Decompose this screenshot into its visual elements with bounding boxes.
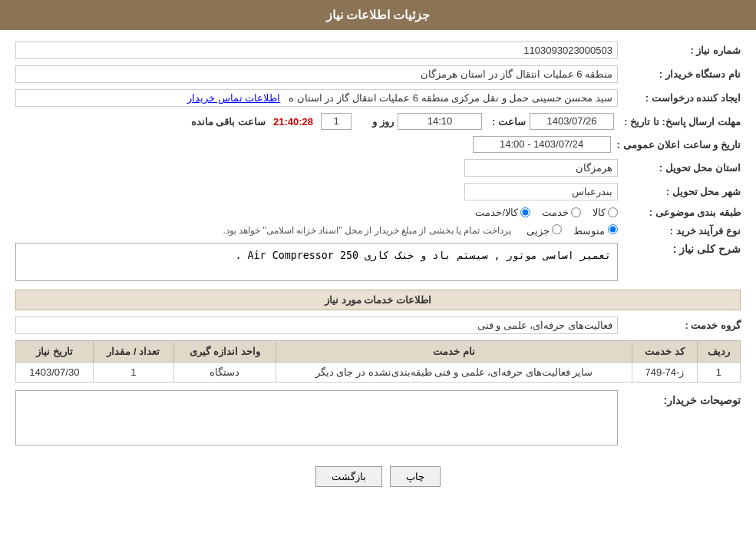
print-button[interactable]: چاپ	[390, 466, 441, 487]
col-code: کد خدمت	[632, 341, 697, 363]
purchase-option-jozi[interactable]: جزیی	[527, 224, 563, 237]
button-row: چاپ بازگشت	[15, 455, 741, 499]
category-label: طبقه بندی موضوعی :	[618, 207, 741, 218]
table-header-row: ردیف کد خدمت نام خدمت واحد اندازه گیری ت…	[16, 341, 741, 363]
cell-quantity: 1	[93, 363, 173, 383]
cell-code: ز-74-749	[632, 363, 697, 383]
back-button[interactable]: بازگشت	[315, 466, 382, 487]
need-number-row: شماره نیاز : 1103093023000503	[15, 41, 741, 59]
buyer-notes-textarea[interactable]	[15, 390, 618, 446]
deadline-time-label: ساعت :	[486, 116, 526, 128]
purchase-option-motawaset[interactable]: متوسط	[573, 224, 618, 237]
deadline-days: 1	[321, 113, 352, 130]
col-quantity: تعداد / مقدار	[93, 341, 173, 363]
cell-name: سایر فعالیت‌های حرفه‌ای، علمی و فنی طبقه…	[276, 363, 632, 383]
creator-label: ایجاد کننده درخواست :	[618, 92, 741, 104]
purchase-type-label: نوع فرآیند خرید :	[618, 225, 741, 237]
cell-date: 1403/07/30	[16, 363, 94, 383]
table-row: 1ز-74-749سایر فعالیت‌های حرفه‌ای، علمی و…	[16, 363, 741, 383]
main-content: شماره نیاز : 1103093023000503 نام دستگاه…	[0, 30, 756, 510]
announce-label: تاریخ و ساعت اعلان عمومی :	[611, 139, 741, 151]
col-date: تاریخ نیاز	[16, 341, 94, 363]
buyer-name-value: منطقه 6 عملیات انتقال گاز در استان هرمزگ…	[15, 65, 618, 83]
creator-contact-link[interactable]: اطلاعات تماس خریدار	[187, 92, 280, 104]
category-row: طبقه بندی موضوعی : کالا/خدمت خدمت کالا	[15, 207, 741, 218]
services-table: ردیف کد خدمت نام خدمت واحد اندازه گیری ت…	[15, 340, 741, 383]
services-section-title: اطلاعات خدمات مورد نیاز	[15, 290, 741, 310]
description-container: تعمیر اساسی موتور , سیستم باد و خنک کاری…	[15, 243, 618, 283]
service-group-label: گروه خدمت :	[618, 320, 741, 331]
purchase-radio-motawaset[interactable]	[608, 224, 618, 234]
creator-row: ایجاد کننده درخواست : سید محسن حسینی حمل…	[15, 89, 741, 107]
need-number-value: 1103093023000503	[15, 41, 618, 59]
deadline-remaining-label: ساعت باقی مانده	[173, 116, 266, 128]
need-number-label: شماره نیاز :	[618, 45, 741, 56]
cell-row: 1	[697, 363, 740, 383]
category-radio-group: کالا/خدمت خدمت کالا	[475, 207, 618, 218]
category-option-kala-khedmat[interactable]: کالا/خدمت	[475, 207, 530, 218]
col-unit: واحد اندازه گیری	[174, 341, 276, 363]
buyer-name-label: نام دستگاه خریدار :	[618, 68, 741, 80]
service-group-row: گروه خدمت : فعالیت‌های حرفه‌ای، علمی و ف…	[15, 316, 741, 334]
purchase-type-row: نوع فرآیند خرید : جزیی متوسط پرداخت تمام…	[15, 224, 741, 237]
announce-value: 1403/07/24 - 14:00	[473, 136, 611, 153]
buyer-notes-row: توصیحات خریدار:	[15, 390, 741, 446]
purchase-type-options: جزیی متوسط	[527, 224, 618, 237]
page-title: جزئیات اطلاعات نیاز	[326, 8, 431, 22]
creator-text: سید محسن حسینی حمل و نقل مرکزی منطقه 6 ع…	[289, 92, 612, 104]
deadline-label: مهلت ارسال پاسخ: تا تاریخ :	[618, 116, 741, 128]
col-row-num: ردیف	[697, 341, 740, 363]
category-radio-kala-khedmat[interactable]	[520, 207, 530, 217]
category-radio-kala[interactable]	[608, 207, 618, 217]
page-container: جزئیات اطلاعات نیاز شماره نیاز : 1103093…	[0, 0, 756, 540]
col-name: نام خدمت	[276, 341, 632, 363]
category-option-khedmat[interactable]: خدمت	[542, 207, 581, 218]
city-row: شهر محل تحویل : بندرعباس	[15, 183, 741, 200]
city-value: بندرعباس	[464, 183, 618, 200]
province-value: هرمزگان	[464, 159, 618, 177]
category-option-kala[interactable]: کالا	[593, 207, 618, 218]
description-label: شرح کلی نیاز :	[618, 243, 741, 255]
buyer-name-row: نام دستگاه خریدار : منطقه 6 عملیات انتقا…	[15, 65, 741, 83]
buyer-notes-label: توصیحات خریدار:	[618, 390, 741, 406]
category-radio-khedmat[interactable]	[571, 207, 581, 217]
province-row: استان محل تحویل : هرمزگان	[15, 159, 741, 177]
deadline-row: مهلت ارسال پاسخ: تا تاریخ : 1403/07/26 س…	[15, 113, 741, 130]
purchase-radio-jozi[interactable]	[552, 224, 562, 234]
description-row: شرح کلی نیاز : تعمیر اساسی موتور , سیستم…	[15, 243, 741, 283]
creator-value: سید محسن حسینی حمل و نقل مرکزی منطقه 6 ع…	[15, 89, 618, 107]
deadline-date: 1403/07/26	[530, 113, 614, 130]
announce-row: تاریخ و ساعت اعلان عمومی : 1403/07/24 - …	[15, 136, 741, 153]
purchase-note: پرداخت تمام یا بخشی از مبلغ خریدار از مح…	[223, 225, 511, 236]
description-textarea: تعمیر اساسی موتور , سیستم باد و خنک کاری…	[15, 243, 618, 281]
city-label: شهر محل تحویل :	[618, 186, 741, 197]
cell-unit: دستگاه	[174, 363, 276, 383]
service-group-value: فعالیت‌های حرفه‌ای، علمی و فنی	[15, 316, 618, 334]
deadline-day-label: روز و	[355, 116, 394, 128]
deadline-remaining: 21:40:28	[269, 116, 317, 128]
deadline-time: 14:10	[398, 113, 482, 130]
province-label: استان محل تحویل :	[618, 162, 741, 174]
page-header: جزئیات اطلاعات نیاز	[0, 0, 756, 30]
